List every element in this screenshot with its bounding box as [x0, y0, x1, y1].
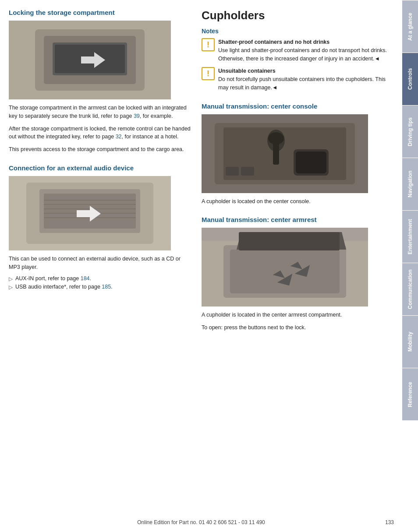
svg-rect-30 — [230, 250, 340, 293]
audio-connection-image — [9, 176, 171, 250]
manual-console-title: Manual transmission: center console — [202, 102, 393, 110]
sidebar-tab-communication[interactable]: Communication — [402, 263, 418, 315]
armrest2-body2: To open: press the buttons next to the l… — [202, 324, 393, 332]
note1-body: Use light and shatter-proof containers a… — [218, 46, 393, 63]
left-column: Locking the storage compartment — [9, 9, 193, 523]
armrest2-svg — [202, 228, 368, 307]
armrest-svg — [9, 21, 171, 99]
sidebar-tab-controls[interactable]: Controls — [402, 53, 418, 105]
warning-icon-1: ! — [202, 38, 215, 51]
svg-rect-24 — [296, 151, 326, 173]
note1-box: ! Shatter-proof containers and no hot dr… — [202, 38, 393, 63]
right-column: Cupholders Notes ! Shatter-proof contain… — [202, 9, 393, 523]
note1-text: Shatter-proof containers and no hot drin… — [218, 38, 393, 63]
svg-rect-32 — [239, 232, 340, 250]
note1-title: Shatter-proof containers and no hot drin… — [218, 38, 393, 46]
link-page184[interactable]: 184 — [81, 275, 90, 282]
console-body: A cupholder is located on the center con… — [202, 197, 393, 206]
section1-para3: This prevents access to the storage comp… — [9, 145, 193, 154]
sidebar-tab-mobility[interactable]: Mobility — [402, 315, 418, 368]
sidebar-tab-driving-tips[interactable]: Driving tips — [402, 105, 418, 158]
section1-para1: The storage compartment in the armrest c… — [9, 104, 193, 120]
bullet-usb-text: USB audio interface*, refer to page 185. — [15, 284, 113, 290]
page-footer: Online Edition for Part no. 01 40 2 606 … — [0, 519, 402, 525]
bullet-usb: ▷ USB audio interface*, refer to page 18… — [9, 284, 193, 290]
svg-rect-6 — [9, 21, 171, 99]
note2-text: Unsuitable containers Do not forcefully … — [218, 67, 393, 92]
section1-title: Locking the storage compartment — [9, 9, 193, 16]
sidebar-tab-entertainment[interactable]: Entertainment — [402, 210, 418, 263]
warning-icon-2: ! — [202, 67, 215, 80]
bullet-aux-text: AUX-IN port, refer to page 184. — [15, 275, 91, 282]
notes-title: Notes — [202, 28, 393, 35]
svg-rect-26 — [241, 167, 254, 176]
note2-body: Do not forcefully push unsuitable contai… — [218, 75, 393, 92]
section2-title: Connection for an external audio device — [9, 164, 193, 172]
note2-box: ! Unsuitable containers Do not forcefull… — [202, 67, 393, 92]
bullet-arrow-2: ▷ — [9, 284, 13, 290]
section2-body: This can be used to connect an external … — [9, 255, 193, 271]
center-console-image — [202, 114, 368, 193]
svg-rect-25 — [226, 167, 239, 176]
bullet-aux: ▷ AUX-IN port, refer to page 184. — [9, 275, 193, 282]
sidebar-tab-navigation[interactable]: Navigation — [402, 158, 418, 210]
console-svg — [202, 114, 368, 193]
armrest2-body1: A cupholder is located in the center arm… — [202, 311, 393, 319]
manual-armrest-title: Manual transmission: center armrest — [202, 216, 393, 223]
armrest-image — [9, 21, 171, 99]
section1-para2: After the storage compartment is locked,… — [9, 125, 193, 141]
main-title: Cupholders — [202, 9, 393, 22]
svg-point-22 — [268, 132, 284, 144]
link-page39[interactable]: 39 — [134, 113, 140, 119]
audio-svg — [9, 176, 171, 250]
link-page32[interactable]: 32 — [116, 134, 122, 140]
note2-title: Unsuitable containers — [218, 67, 393, 75]
link-page185[interactable]: 185 — [102, 284, 111, 290]
armrest2-image — [202, 228, 368, 307]
bullet-arrow-1: ▷ — [9, 276, 13, 282]
sidebar-tab-at-a-glance[interactable]: At a glance — [402, 0, 418, 53]
right-sidebar: At a glance Controls Driving tips Naviga… — [402, 0, 418, 532]
sidebar-tab-reference[interactable]: Reference — [402, 368, 418, 420]
